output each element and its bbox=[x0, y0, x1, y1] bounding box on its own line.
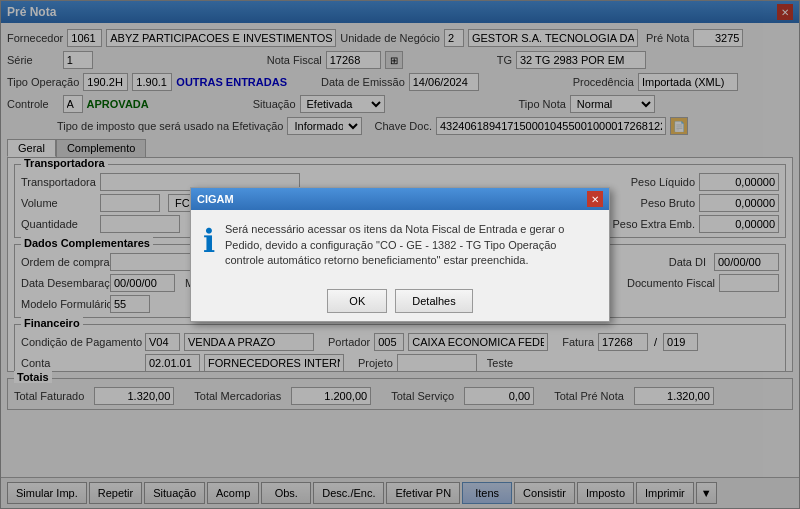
dialog-close-button[interactable]: ✕ bbox=[587, 191, 603, 207]
dialog-title-bar: CIGAM ✕ bbox=[191, 188, 609, 210]
dialog-buttons: OK Detalhes bbox=[191, 281, 609, 321]
dialog-ok-button[interactable]: OK bbox=[327, 289, 387, 313]
dialog-overlay: CIGAM ✕ ℹ Será necessário acessar os ite… bbox=[0, 0, 800, 509]
dialog-details-button[interactable]: Detalhes bbox=[395, 289, 472, 313]
cigam-dialog: CIGAM ✕ ℹ Será necessário acessar os ite… bbox=[190, 187, 610, 321]
dialog-message: Será necessário acessar os itens da Nota… bbox=[225, 222, 597, 268]
dialog-title-text: CIGAM bbox=[197, 193, 234, 205]
dialog-body: ℹ Será necessário acessar os itens da No… bbox=[191, 210, 609, 280]
dialog-info-icon: ℹ bbox=[203, 222, 215, 268]
